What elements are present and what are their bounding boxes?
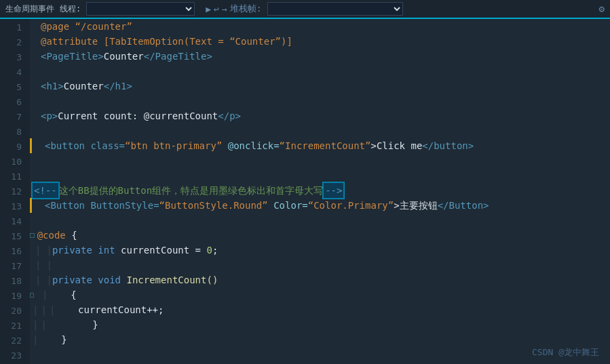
code-content: @page “/counter” @attribute [TabItemOpti… xyxy=(30,19,610,364)
token-9-handler: “IncrementCount” xyxy=(280,138,371,153)
token-7-close: </p> xyxy=(218,108,241,123)
collapse-15[interactable]: □ xyxy=(30,228,35,243)
line-num-12: 12 xyxy=(8,184,22,199)
line-num-15: 15 xyxy=(8,229,22,244)
code-line-8 xyxy=(30,123,610,138)
code-line-18: | | private void IncrementCount() xyxy=(30,272,610,287)
lifecycle-label: 生命周期事件 xyxy=(5,3,54,15)
code-area[interactable]: 1 2 3 4 5 6 7 8 9 10 11 12 13 14 15 16 1… xyxy=(0,19,610,364)
token-9-class: “btn btn-primary” xyxy=(125,138,222,153)
code-line-23 xyxy=(30,347,610,362)
stack-icon: 堆栈帧: xyxy=(230,3,262,15)
debug-icons: ▶ ↩ → 堆栈帧: xyxy=(206,3,261,15)
line-num-11: 11 xyxy=(8,169,22,184)
token-13-color: Color= xyxy=(268,198,308,213)
line-num-5: 5 xyxy=(8,80,22,95)
comment-end-marker: --> xyxy=(323,182,344,199)
line-num-22: 22 xyxy=(8,333,22,348)
token-18-private: private xyxy=(52,272,98,287)
token-20-text: currentCount++; xyxy=(55,302,164,317)
token-15-code: @code xyxy=(37,228,66,243)
code-line-11 xyxy=(30,168,610,183)
toolbar-right: ⚙ xyxy=(599,3,605,14)
thread-label: 线程: xyxy=(60,3,81,15)
code-line-2: @attribute [TabItemOption(Text = “Counte… xyxy=(30,34,610,49)
code-line-14 xyxy=(30,213,610,228)
token-16-private: private xyxy=(52,243,98,258)
token-21-brace: } xyxy=(47,317,98,332)
code-line-21: | | } xyxy=(30,317,610,332)
code-line-13: <Button ButtonStyle=“ButtonStyle.Round” … xyxy=(30,198,610,213)
code-line-5: <h1>Counter</h1> xyxy=(30,79,610,94)
token-5-text: Counter xyxy=(64,79,104,94)
line-num-16: 16 xyxy=(8,244,22,259)
settings-icon[interactable]: ⚙ xyxy=(599,3,605,14)
top-toolbar: 生命周期事件 线程: ▶ ↩ → 堆栈帧: ⚙ xyxy=(0,0,610,19)
token-9-onclick: @onclick= xyxy=(222,138,279,153)
token-5-close: </h1> xyxy=(104,79,132,94)
comment-text: 这个BB提供的Button组件，特点是用墨绿色标出和首字母大写 xyxy=(59,183,323,198)
token-16-var: currentCount = xyxy=(121,243,206,258)
token-3-text: Counter xyxy=(104,49,144,64)
code-line-4 xyxy=(30,64,610,79)
watermark: CSDN @龙中舞王 xyxy=(532,346,599,359)
token-2-1: @attribute [TabItemOption(Text = “Counte… xyxy=(41,34,292,49)
step-back-icon[interactable]: ↩ xyxy=(214,4,219,14)
token-9-button: <button class= xyxy=(45,138,125,153)
token-16-int: int xyxy=(98,243,121,258)
stack-select[interactable] xyxy=(267,2,403,16)
token-15-brace: { xyxy=(66,228,77,243)
collapse-19[interactable]: □ xyxy=(30,287,34,302)
line-num-4: 4 xyxy=(8,65,22,80)
play-icon[interactable]: ▶ xyxy=(206,4,211,14)
comment-start-marker: <!-- xyxy=(32,182,59,199)
code-line-22: | } xyxy=(30,332,610,347)
line-num-21: 21 xyxy=(8,319,22,333)
token-3-open: <PageTitle> xyxy=(41,49,104,64)
token-13-close: </Button> xyxy=(438,198,489,213)
line-num-20: 20 xyxy=(8,304,22,319)
line-num-14: 14 xyxy=(8,214,22,229)
code-line-3: <PageTitle>Counter</PageTitle> xyxy=(30,49,610,64)
token-7-open: <p> xyxy=(41,108,58,123)
token-3-close: </PageTitle> xyxy=(144,49,212,64)
token-13-text: >主要按钮 xyxy=(394,198,437,213)
line-num-10: 10 xyxy=(8,155,22,169)
code-line-17: | | xyxy=(30,258,610,272)
line-num-9: 9 xyxy=(8,140,22,155)
line-num-13: 13 xyxy=(8,199,22,214)
code-line-7: <p>Current count: @currentCount</p> xyxy=(30,108,610,123)
line-num-23: 23 xyxy=(8,348,22,363)
token-5-open: <h1> xyxy=(41,79,64,94)
line-num-18: 18 xyxy=(8,274,22,289)
token-9-text: >Click me xyxy=(370,138,422,153)
editor-window: 生命周期事件 线程: ▶ ↩ → 堆栈帧: ⚙ 1 2 3 4 5 6 xyxy=(0,0,610,364)
line-num-7: 7 xyxy=(8,110,22,125)
thread-select[interactable] xyxy=(86,2,195,16)
token-18-void: void xyxy=(98,272,126,287)
code-line-1: @page “/counter” xyxy=(30,19,610,34)
line-num-8: 8 xyxy=(8,125,22,140)
token-22-brace: } xyxy=(38,332,66,347)
token-7-text: Current count: @currentCount xyxy=(58,108,218,123)
token-18-method: IncrementCount() xyxy=(126,272,218,287)
code-line-16: | | private int currentCount = 0; xyxy=(30,243,610,258)
token-19-brace: { xyxy=(47,287,76,302)
token-1-1: @page “/counter” xyxy=(41,19,132,34)
code-editor: 1 2 3 4 5 6 7 8 9 10 11 12 13 14 15 16 1… xyxy=(0,19,610,364)
code-line-6 xyxy=(30,94,610,108)
token-13-open: <Button ButtonStyle= xyxy=(45,198,159,213)
code-line-19: □ | { xyxy=(30,287,610,302)
step-forward-icon[interactable]: → xyxy=(222,4,227,14)
token-13-colorval: “Color.Primary” xyxy=(308,198,394,213)
line-num-19: 19 xyxy=(8,289,22,304)
token-16-semi: ; xyxy=(212,243,218,258)
code-line-9: <button class=“btn btn-primary” @onclick… xyxy=(30,138,610,153)
code-line-20: | | | currentCount++; xyxy=(30,302,610,317)
line-num-17: 17 xyxy=(8,259,22,274)
code-line-10 xyxy=(30,153,610,168)
code-line-15: □@code { xyxy=(30,228,610,243)
line-num-6: 6 xyxy=(8,95,22,110)
token-16-num: 0 xyxy=(206,243,212,258)
line-numbers: 1 2 3 4 5 6 7 8 9 10 11 12 13 14 15 16 1… xyxy=(0,19,30,364)
